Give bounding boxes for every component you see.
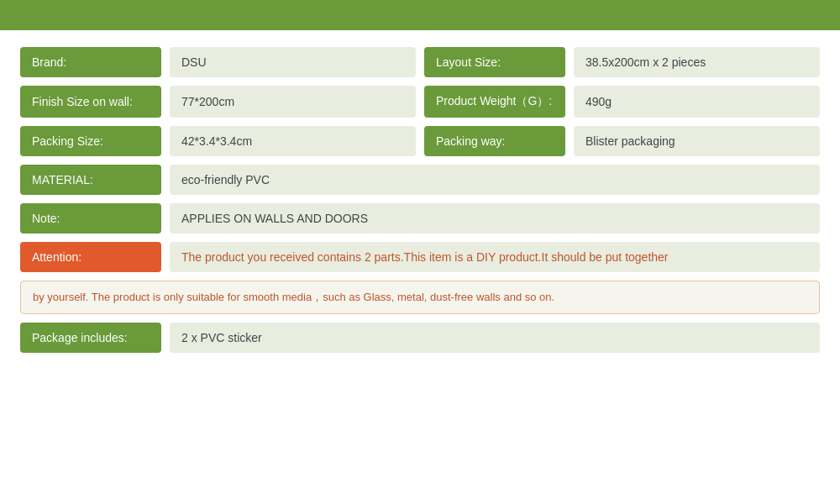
value-cell: eco-friendly PVC — [170, 165, 820, 195]
label-cell: Layout Size: — [424, 47, 565, 77]
label-cell: MATERIAL: — [20, 165, 161, 195]
attention-row: Attention:The product you received conta… — [20, 242, 820, 272]
attention-label: Attention: — [20, 242, 161, 272]
table-row: Note:APPLIES ON WALLS AND DOORS — [20, 203, 820, 234]
table-row: Packing Size:42*3.4*3.4cmPacking way:Bli… — [20, 126, 820, 156]
value-cell: DSU — [170, 47, 416, 77]
value-cell: 77*200cm — [170, 86, 416, 118]
attention-note: by yourself. The product is only suitabl… — [20, 281, 820, 314]
label-cell: Note: — [20, 203, 161, 234]
value-cell: APPLIES ON WALLS AND DOORS — [170, 203, 820, 234]
content: Brand:DSULayout Size:38.5x200cm x 2 piec… — [0, 30, 840, 366]
value-cell: 38.5x200cm x 2 pieces — [574, 47, 820, 77]
value-cell: Blister packaging — [574, 126, 820, 156]
label-cell: Product Weight（G）: — [424, 86, 565, 118]
value-cell: 490g — [574, 86, 820, 118]
table-row: Finish Size on wall:77*200cmProduct Weig… — [20, 86, 820, 118]
table-row: Package includes:2 x PVC sticker — [20, 323, 820, 353]
header — [0, 0, 840, 30]
label-cell: Package includes: — [20, 323, 161, 353]
table-row: MATERIAL:eco-friendly PVC — [20, 165, 820, 195]
label-cell: Packing Size: — [20, 126, 161, 156]
value-cell: 42*3.4*3.4cm — [170, 126, 416, 156]
label-cell: Packing way: — [424, 126, 565, 156]
table-row: Brand:DSULayout Size:38.5x200cm x 2 piec… — [20, 47, 820, 77]
label-cell: Finish Size on wall: — [20, 86, 161, 118]
value-cell: 2 x PVC sticker — [170, 323, 820, 353]
attention-value: The product you received contains 2 part… — [170, 242, 820, 272]
label-cell: Brand: — [20, 47, 161, 77]
